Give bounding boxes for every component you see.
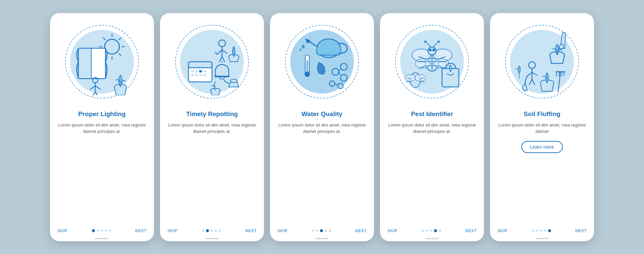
dot-1-4 (105, 230, 107, 232)
svg-rect-11 (91, 48, 105, 79)
svg-line-89 (525, 76, 527, 81)
dot-4-3 (430, 230, 432, 232)
illustration-soil-fluffing (490, 13, 594, 110)
svg-line-5 (103, 38, 105, 40)
svg-line-51 (339, 69, 340, 72)
skip-button-5[interactable]: SKIP (497, 228, 507, 233)
dot-2-1 (202, 230, 204, 232)
learn-more-button[interactable]: Learn more (521, 141, 563, 153)
svg-point-44 (300, 48, 302, 52)
svg-point-78 (415, 74, 426, 81)
dots-4 (422, 229, 441, 232)
illustration-water-quality (270, 13, 374, 110)
screen-water-quality: Water Quality Lorem ipsum dolor sit dim … (270, 13, 374, 241)
timely-repotting-icon (178, 28, 246, 95)
svg-line-92 (532, 79, 535, 85)
content-soil-fluffing: Soil Fluffing Lorem ipsum dolor sit dim … (490, 110, 594, 225)
svg-rect-30 (191, 70, 194, 72)
nav-water-quality: SKIP NEXT (270, 225, 374, 238)
scroll-indicator-4 (425, 238, 439, 239)
dot-4-1 (422, 230, 424, 232)
svg-rect-46 (306, 60, 308, 72)
svg-rect-28 (189, 62, 212, 68)
nav-timely-repotting: SKIP NEXT (160, 225, 264, 238)
svg-rect-34 (191, 74, 194, 76)
dot-3-4 (325, 230, 327, 232)
svg-line-96 (556, 72, 557, 76)
svg-point-49 (340, 63, 347, 70)
scroll-indicator-1 (95, 238, 109, 239)
scroll-indicator-5 (535, 238, 549, 239)
svg-line-90 (532, 72, 537, 75)
svg-point-50 (340, 74, 347, 81)
desc-water-quality: Lorem ipsum dolor sit dim amet, mea regi… (277, 122, 367, 135)
nav-proper-lighting: SKIP NEXT (50, 225, 154, 238)
svg-line-22 (215, 52, 217, 54)
dots-2 (202, 229, 221, 232)
svg-rect-36 (199, 74, 202, 76)
svg-line-55 (335, 84, 338, 85)
svg-line-97 (559, 72, 559, 76)
screen-pest-identifier: Pest Identifier Lorem ipsum dolor sit di… (380, 13, 484, 241)
svg-line-17 (95, 92, 99, 95)
water-quality-icon (288, 28, 356, 95)
svg-point-68 (424, 41, 426, 43)
svg-line-16 (92, 92, 95, 95)
svg-point-66 (429, 49, 432, 51)
svg-point-47 (305, 71, 310, 77)
dots-5 (532, 229, 551, 232)
svg-point-69 (438, 41, 440, 43)
dot-4-5 (439, 230, 441, 232)
svg-rect-32 (199, 70, 202, 72)
illustration-timely-repotting (160, 13, 264, 110)
skip-button-3[interactable]: SKIP (277, 228, 287, 233)
svg-rect-31 (195, 70, 198, 72)
svg-point-48 (332, 68, 339, 75)
screen-soil-fluffing: Soil Fluffing Lorem ipsum dolor sit dim … (490, 13, 594, 241)
svg-line-91 (529, 79, 532, 85)
skip-button-2[interactable]: SKIP (167, 228, 177, 233)
content-timely-repotting: Timely Repotting Lorem ipsum dolor sit d… (160, 110, 264, 225)
svg-line-25 (222, 57, 225, 62)
next-button-4[interactable]: NEXT (465, 228, 477, 233)
next-button-2[interactable]: NEXT (245, 228, 257, 233)
svg-line-14 (90, 86, 95, 89)
title-proper-lighting: Proper Lighting (57, 110, 147, 118)
title-soil-fluffing: Soil Fluffing (497, 110, 587, 118)
dots-3 (312, 229, 331, 232)
svg-line-15 (95, 86, 100, 89)
svg-point-59 (415, 59, 430, 68)
content-pest-identifier: Pest Identifier Lorem ipsum dolor sit di… (380, 110, 484, 225)
proper-lighting-icon (68, 28, 136, 95)
dot-3-3 (320, 229, 323, 232)
svg-rect-33 (203, 70, 206, 72)
dot-2-5 (219, 230, 221, 232)
content-proper-lighting: Proper Lighting Lorem ipsum dolor sit di… (50, 110, 154, 225)
next-button-3[interactable]: NEXT (355, 228, 367, 233)
svg-rect-35 (195, 74, 198, 76)
content-water-quality: Water Quality Lorem ipsum dolor sit dim … (270, 110, 374, 225)
svg-rect-10 (78, 48, 91, 79)
next-button-1[interactable]: NEXT (135, 228, 147, 233)
screens-container: Proper Lighting Lorem ipsum dolor sit di… (50, 13, 594, 241)
dots-1 (92, 229, 111, 232)
dot-4-4 (434, 229, 437, 232)
dot-3-5 (329, 230, 331, 232)
dot-1-1 (92, 229, 95, 232)
scroll-indicator-3 (315, 238, 329, 239)
dot-1-2 (97, 230, 99, 232)
skip-button-4[interactable]: SKIP (387, 228, 397, 233)
dot-5-4 (544, 230, 546, 232)
pest-identifier-icon (398, 28, 466, 95)
svg-line-23 (222, 50, 227, 53)
title-pest-identifier: Pest Identifier (387, 110, 477, 118)
dot-2-3 (211, 230, 213, 232)
svg-rect-37 (203, 74, 206, 76)
svg-point-60 (434, 59, 449, 68)
next-button-5[interactable]: NEXT (575, 228, 587, 233)
skip-button-1[interactable]: SKIP (57, 228, 67, 233)
svg-line-88 (527, 72, 532, 76)
svg-line-24 (219, 57, 222, 62)
dot-2-2 (206, 229, 209, 232)
dot-2-4 (215, 230, 217, 232)
